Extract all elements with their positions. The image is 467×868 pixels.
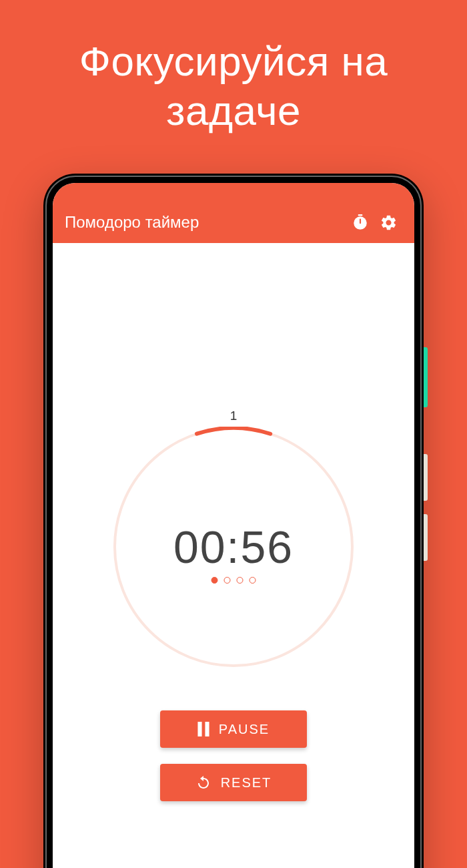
svg-rect-5 <box>205 722 209 736</box>
session-dot <box>250 577 256 584</box>
volume-down-button <box>424 514 428 561</box>
pause-icon <box>197 722 209 736</box>
pause-label: PAUSE <box>219 722 270 737</box>
app-title: Помодоро таймер <box>65 213 346 232</box>
main-content: 1 00:56 <box>53 243 414 868</box>
screen: Помодоро таймер 1 00: <box>53 183 414 868</box>
session-dot <box>224 577 231 584</box>
session-number: 1 <box>230 409 238 423</box>
volume-up-button <box>424 454 428 501</box>
reset-button[interactable]: RESET <box>160 764 307 801</box>
stopwatch-icon[interactable] <box>346 208 374 236</box>
svg-rect-2 <box>360 219 361 224</box>
svg-rect-4 <box>197 722 201 736</box>
timer-display: 00:56 <box>173 521 294 573</box>
pause-button[interactable]: PAUSE <box>160 710 307 748</box>
svg-rect-0 <box>358 214 363 216</box>
promo-headline: Фокусируйся на задаче <box>0 0 467 136</box>
device-frame: Помодоро таймер 1 00: <box>43 174 424 868</box>
power-button <box>424 347 428 407</box>
session-dot <box>237 577 244 584</box>
status-bar <box>53 183 414 202</box>
app-bar: Помодоро таймер <box>53 202 414 243</box>
session-dots <box>211 577 256 584</box>
gear-icon[interactable] <box>374 208 402 236</box>
reset-icon <box>195 775 211 791</box>
session-dot <box>211 577 218 584</box>
timer-ring: 00:56 <box>113 427 354 667</box>
action-buttons: PAUSE RESET <box>160 710 307 801</box>
reset-label: RESET <box>221 775 272 791</box>
